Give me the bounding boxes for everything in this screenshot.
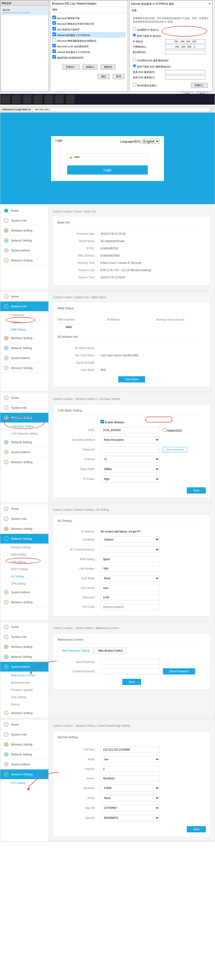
encryption-select[interactable]: None Encryption — [101, 436, 160, 443]
pin-input[interactable] — [101, 604, 160, 610]
sidebar-system-info[interactable]: iSystem Info — [0, 301, 48, 312]
dns1-input[interactable] — [165, 70, 206, 74]
show-password-button[interactable]: Show Password — [163, 447, 187, 452]
ok-button[interactable]: 确定 — [98, 74, 110, 79]
4g-password-input[interactable] — [101, 594, 160, 601]
chk-lltd[interactable] — [52, 55, 56, 59]
sub-reboot[interactable]: Reboot — [0, 701, 48, 708]
radio-manual-ip[interactable] — [133, 33, 136, 37]
sub-24g-repeater[interactable]: 2.4G Repeater Setting — [0, 430, 48, 437]
sidebar-admin[interactable]: ⚙System Admin — [0, 447, 48, 457]
sub-web-access[interactable]: Web Access Control — [0, 672, 48, 679]
sub-dtu[interactable]: DTU setting — [0, 780, 48, 787]
save-button[interactable]: Save — [187, 826, 206, 832]
sidebar-home[interactable]: ⌂Home — [0, 291, 48, 301]
sub-backup[interactable]: Backup/Restore — [0, 679, 48, 686]
save-button[interactable]: Save — [122, 679, 141, 685]
timeout-input[interactable] — [101, 766, 160, 772]
subnet-mask-input[interactable] — [165, 45, 206, 49]
show-password-button[interactable]: Show Password — [163, 668, 195, 675]
sidebar-network[interactable]: 🌐Network Setting — [0, 749, 48, 759]
sub-wan-status[interactable]: WAN Status — [0, 326, 48, 333]
device-input[interactable] — [101, 775, 160, 781]
login-button[interactable]: Login — [67, 165, 148, 175]
sidebar-home[interactable]: ⌂Home — [0, 720, 48, 730]
databit-select[interactable]: 8DATABITS — [101, 815, 160, 821]
call-mode-select[interactable]: Gobinet — [101, 536, 160, 543]
sidebar-admin[interactable]: ⚙System Admin — [0, 245, 48, 256]
sidebar-system-info[interactable]: iSystem Info — [0, 514, 48, 524]
chk-ipv4[interactable] — [52, 33, 56, 36]
sidebar-advance[interactable]: ⚡Advance Setting — [0, 597, 48, 607]
wlan-adapter-item[interactable]: WLAN Broadcom 802.11ac Network — [1, 7, 48, 15]
confirm-password-field[interactable] — [101, 668, 160, 675]
general-tab[interactable]: 常规 — [130, 8, 212, 13]
hidden-ssid-checkbox[interactable] — [163, 428, 166, 432]
taskbar-icon[interactable] — [2, 95, 10, 103]
tab-wan-access[interactable]: Wan Access Control — [94, 648, 127, 654]
parity-select[interactable]: None — [101, 795, 160, 802]
sub-statistics[interactable]: Statistics — [0, 319, 48, 326]
chk-multiplexor[interactable] — [52, 38, 56, 42]
sidebar-wireless[interactable]: 📶Wireless Setting — [0, 333, 48, 343]
sub-vpn[interactable]: VPN Setting — [0, 580, 48, 587]
at-device-select[interactable] — [101, 546, 160, 553]
taskbar-icon[interactable] — [55, 95, 64, 103]
bandwidth-select[interactable]: 20Mhz — [101, 466, 160, 473]
auth-mode-select[interactable]: None — [101, 575, 160, 582]
mode-select[interactable]: raw — [101, 756, 160, 763]
sidebar-wireless[interactable]: 📶Wireless Setting — [0, 226, 48, 235]
sidebar-network[interactable]: 🌐Network Setting — [0, 343, 48, 353]
sidebar-admin[interactable]: ⚙System Admin — [0, 353, 48, 363]
taskbar-icon[interactable] — [12, 95, 21, 103]
sidebar-network[interactable]: 🌐Network Setting — [0, 437, 48, 447]
sidebar-advance[interactable]: ⚡Advance Setting — [0, 457, 48, 467]
validate-checkbox[interactable] — [133, 83, 136, 86]
sidebar-system-info[interactable]: iSystem Info — [0, 403, 48, 413]
sub-wan[interactable]: WAN Setting — [0, 551, 48, 558]
sidebar-network[interactable]: 🌐Network Setting — [0, 534, 48, 544]
enable-wireless-checkbox[interactable] — [101, 420, 104, 423]
wifi-password-input[interactable] — [101, 446, 160, 453]
url-bar[interactable] — [33, 107, 210, 111]
sidebar-home[interactable]: ⌂Home — [0, 393, 48, 403]
taskbar-icon[interactable] — [66, 95, 74, 103]
sidebar-home[interactable]: ⌂Home — [0, 206, 48, 216]
sub-wireless[interactable]: Wireless Setting — [0, 544, 48, 551]
baudrate-select[interactable]: 57600 — [101, 785, 160, 791]
ssid-input[interactable] — [101, 427, 160, 433]
uninstall-button[interactable]: 卸载(U) — [82, 65, 98, 70]
sub-clients[interactable]: Clients Info — [0, 312, 48, 319]
sidebar-advance[interactable]: ⚡Advance Setting — [0, 769, 48, 780]
sub-lan[interactable]: LAN Setting — [0, 558, 48, 566]
sidebar-wireless[interactable]: 📶Wireless Setting — [0, 413, 48, 423]
sidebar-home[interactable]: ⌂Home — [0, 622, 48, 632]
tab-web-password[interactable]: Web Password Setting — [57, 648, 94, 654]
radio-auto-dns[interactable] — [133, 58, 136, 61]
tcp-port-input[interactable] — [101, 746, 160, 753]
password-input[interactable] — [74, 155, 146, 159]
sidebar-system-info[interactable]: iSystem Info — [0, 632, 48, 642]
username-input[interactable] — [101, 585, 160, 591]
chk-qos[interactable] — [52, 27, 56, 30]
cancel-button[interactable]: 取消 — [112, 74, 125, 79]
stopbit-select[interactable]: 1STOPBIT — [101, 805, 160, 811]
ip-address-input[interactable] — [165, 39, 206, 44]
properties-button[interactable]: 属性(R) — [101, 65, 116, 70]
advanced-button[interactable]: 高级(V)... — [191, 83, 208, 88]
sidebar-admin[interactable]: ⚙System Admin — [0, 587, 48, 597]
sub-dhcp[interactable]: DHCP Setting — [0, 566, 48, 573]
channel-select[interactable]: 11 — [101, 456, 160, 463]
clear-bytes-button[interactable]: Clear Bytes — [118, 376, 145, 382]
sidebar-wireless[interactable]: 📶Wireless Setting — [0, 642, 48, 652]
save-button[interactable]: Save — [187, 487, 206, 493]
sidebar-advance[interactable]: ⚡Advance Setting — [0, 708, 48, 718]
input-password-field[interactable] — [101, 659, 160, 665]
close-icon[interactable]: ✕ — [209, 2, 211, 6]
sub-24g-basic[interactable]: 2.4G Basic Setting — [0, 423, 48, 430]
dial-input[interactable] — [101, 566, 160, 572]
sub-time[interactable]: Time Setting — [0, 694, 48, 701]
taskbar-icon[interactable] — [33, 95, 42, 103]
sidebar-admin[interactable]: ⚙System Admin — [0, 759, 48, 769]
taskbar-icon[interactable] — [44, 95, 53, 103]
